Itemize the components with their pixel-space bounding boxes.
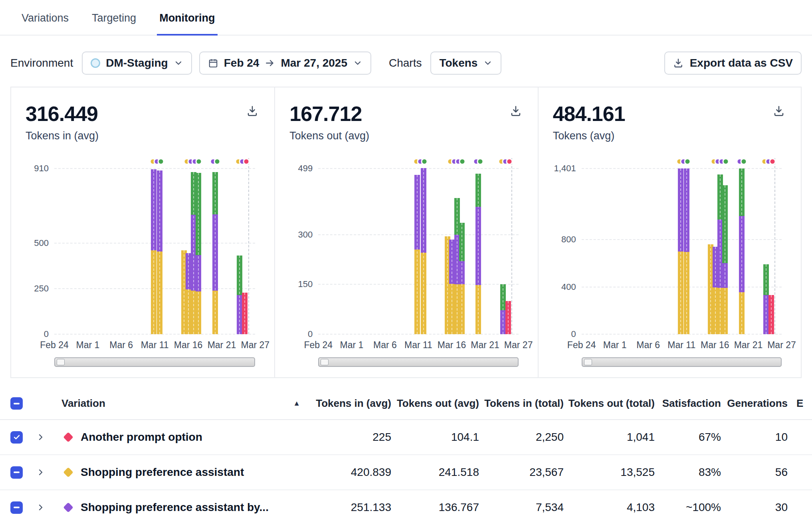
col-tokens-in-avg[interactable]: Tokens in (avg)	[305, 397, 391, 410]
x-tick-label: Feb 24	[567, 340, 596, 351]
col-tokens-out-avg[interactable]: Tokens out (avg)	[391, 397, 479, 410]
scrollbar-handle[interactable]	[57, 359, 65, 365]
variation-dots	[710, 158, 729, 165]
variation-dots	[184, 158, 202, 165]
row-checkbox[interactable]	[10, 431, 23, 444]
metric-value: ~100%	[655, 501, 721, 514]
green-dot-icon	[157, 158, 164, 165]
metric-value: 56	[721, 466, 788, 479]
x-axis: Feb 24Mar 1Mar 6Mar 11Mar 16Mar 21Mar 27	[54, 340, 255, 353]
expand-row-chevron[interactable]	[36, 468, 61, 477]
chart-scrollbar[interactable]	[318, 357, 518, 367]
download-chart-button[interactable]	[773, 105, 785, 118]
tab-monitoring[interactable]: Monitoring	[157, 12, 217, 36]
variation-cell: Shopping preference assistant	[61, 466, 305, 479]
stacked-bar[interactable]	[475, 174, 481, 334]
chevron-right-icon	[36, 468, 46, 477]
bar-dash-line	[452, 240, 452, 334]
row-checkbox[interactable]	[10, 501, 23, 514]
x-tick-label: Mar 21	[734, 340, 763, 351]
charts-select[interactable]: Tokens	[430, 52, 501, 75]
reference-line	[774, 158, 775, 334]
select-all-checkbox[interactable]	[10, 397, 23, 410]
col-variation[interactable]: Variation	[61, 397, 105, 410]
export-label: Export data as CSV	[690, 57, 793, 69]
col-tokens-out-total[interactable]: Tokens out (total)	[564, 397, 655, 410]
stacked-bar[interactable]	[739, 168, 745, 334]
stacked-bar[interactable]	[763, 264, 769, 334]
green-dot-icon	[421, 158, 428, 165]
metric-value: 83%	[655, 466, 721, 479]
scrollbar-handle[interactable]	[584, 359, 592, 365]
stacked-bar[interactable]	[212, 172, 218, 334]
stacked-bar[interactable]	[459, 223, 465, 334]
stacked-bar[interactable]	[500, 284, 506, 334]
tab-variations[interactable]: Variations	[19, 12, 71, 35]
stacked-bar[interactable]	[414, 175, 420, 334]
stacked-bar[interactable]	[505, 301, 511, 334]
stacked-bar[interactable]	[768, 295, 774, 334]
bar-dash-line	[215, 172, 216, 334]
y-tick-label: 1,401	[553, 163, 576, 174]
col-tokens-in-total[interactable]: Tokens in (total)	[479, 397, 564, 410]
scrollbar-handle[interactable]	[321, 359, 329, 365]
metric-value: 2,250	[479, 431, 564, 444]
tab-bar: Variations Targeting Monitoring	[0, 0, 812, 36]
tab-targeting[interactable]: Targeting	[89, 12, 139, 35]
table-row[interactable]: Another prompt option225104.12,2501,0416…	[0, 420, 812, 455]
stacked-bar[interactable]	[196, 173, 201, 334]
stacked-bar[interactable]	[722, 185, 728, 334]
expand-row-chevron[interactable]	[36, 432, 61, 442]
stacked-bar[interactable]	[421, 168, 426, 334]
chart: 4993001500	[289, 168, 523, 334]
bar-dash-line	[478, 174, 479, 334]
bar-dash-line	[198, 173, 199, 334]
stacked-bar[interactable]	[678, 168, 683, 334]
row-checkbox[interactable]	[10, 466, 23, 479]
table-row[interactable]: Shopping preference assistant420.839241.…	[0, 455, 812, 490]
bar-dash-line	[159, 170, 160, 334]
col-cut-off[interactable]: E	[788, 397, 812, 410]
chevron-down-icon	[174, 58, 183, 68]
green-dot-icon	[722, 158, 729, 165]
download-chart-button[interactable]	[510, 105, 522, 118]
bar-dash-line	[508, 301, 509, 334]
download-chart-button[interactable]	[246, 105, 258, 118]
metric-value: 241.518	[391, 466, 479, 479]
col-generations[interactable]: Generations	[721, 397, 788, 410]
chart-card-tokens-in: 316.449 Tokens in (avg) 9105002500 Feb 2…	[11, 87, 274, 377]
stat-value: 316.449	[26, 102, 260, 126]
stacked-bar[interactable]	[684, 168, 689, 334]
metric-value: 225	[305, 431, 391, 444]
variation-name: Shopping preference assistant	[81, 466, 244, 479]
indeterminate-icon	[14, 471, 20, 473]
stacked-bar[interactable]	[151, 169, 156, 334]
chart-scrollbar[interactable]	[54, 357, 255, 367]
indeterminate-icon	[14, 403, 20, 404]
x-tick-label: Mar 21	[471, 340, 499, 351]
stacked-bar[interactable]	[242, 293, 248, 334]
x-tick-label: Mar 16	[438, 340, 466, 351]
environment-label: Environment	[10, 57, 73, 69]
y-tick-label: 800	[553, 234, 576, 245]
stacked-bar[interactable]	[237, 256, 242, 334]
expand-row-chevron[interactable]	[36, 503, 61, 512]
date-range-picker[interactable]: Feb 24 Mar 27, 2025	[199, 52, 371, 75]
metric-value: 67%	[655, 431, 721, 444]
table-row[interactable]: Shopping preference assistant by...251.1…	[0, 490, 812, 523]
plot-area: 4993001500	[318, 168, 518, 334]
environment-select[interactable]: DM-Staging	[82, 52, 192, 75]
stat-label: Tokens (avg)	[553, 130, 786, 142]
export-csv-button[interactable]: Export data as CSV	[664, 52, 802, 75]
variation-cell: Shopping preference assistant by...	[61, 501, 305, 514]
bar-dash-line	[720, 174, 721, 334]
bar-dash-line	[244, 293, 245, 334]
metric-value: 1,041	[564, 431, 655, 444]
stacked-bar[interactable]	[157, 170, 162, 334]
sort-ascending-icon[interactable]: ▲	[293, 399, 300, 408]
x-tick-label: Mar 11	[667, 340, 695, 351]
metric-value: 10	[721, 431, 788, 444]
chevron-right-icon	[36, 503, 46, 512]
chart-scrollbar[interactable]	[582, 357, 782, 367]
col-satisfaction[interactable]: Satisfaction	[655, 397, 721, 410]
